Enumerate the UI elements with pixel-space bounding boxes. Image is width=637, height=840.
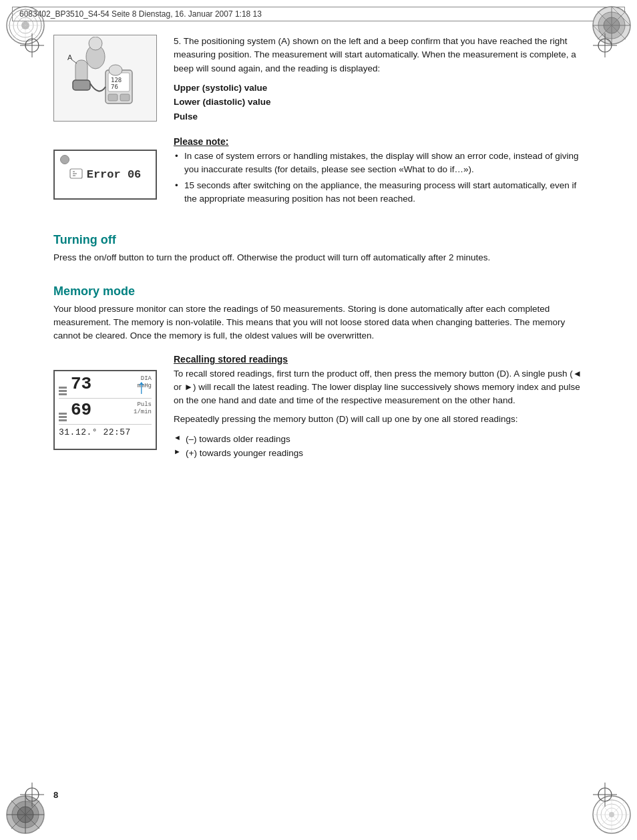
bp-image-container: 128 76 A (53, 35, 160, 122)
memory-image-container: 73 DIA mmHg ↑ (53, 354, 160, 450)
memory-mode-section: Memory mode Your blood pressure monitor … (53, 284, 584, 343)
svg-line-58 (71, 59, 77, 63)
bullet-item-1: In case of system errors or handling mis… (174, 150, 584, 177)
bp-measure-image: 128 76 A (53, 35, 157, 122)
memory-val1: 73 (71, 375, 91, 393)
turning-off-heading: Turning off (53, 233, 584, 247)
header-text: 6083402_BP3510_S4-54 Seite 8 Dienstag, 1… (19, 9, 262, 19)
main-content: 128 76 A 5. The positioning system (A) s… (53, 21, 584, 461)
error-image-container: Error 06 (53, 136, 160, 200)
please-note-row: Error 06 Please note: In case of system … (53, 136, 584, 212)
crosshair-top-right (593, 33, 617, 57)
memory-val2: 69 (71, 401, 91, 419)
memory-row-2: 69 Puls 1/min (59, 401, 152, 425)
svg-rect-53 (120, 94, 130, 101)
bullet-item-2: 15 seconds after switching on the applia… (174, 179, 584, 206)
please-note-bullets: In case of system errors or handling mis… (174, 150, 584, 206)
error-display-image: Error 06 (53, 150, 157, 200)
section-5-text: 5. The positioning system (A) shown on t… (174, 35, 584, 124)
crosshair-top-left (20, 33, 44, 57)
arrow-item-left: (–) towards older readings (174, 432, 584, 447)
svg-rect-52 (108, 94, 118, 101)
recalling-row: 73 DIA mmHg ↑ (53, 354, 584, 461)
memory-mode-text: Your blood pressure monitor can store th… (53, 302, 584, 343)
upper-value-label: Upper (systolic) value (174, 81, 584, 95)
svg-text:128: 128 (111, 77, 122, 83)
please-note-heading: Please note: (174, 136, 584, 147)
pulse-label: Pulse (174, 110, 584, 124)
memory-row-1: 73 DIA mmHg ↑ (59, 375, 152, 399)
error-code-text: Error 06 (87, 168, 142, 181)
recalling-heading: Recalling stored readings (174, 354, 584, 365)
please-note-text: Please note: In case of system errors or… (174, 136, 584, 212)
arrow-list: (–) towards older readings (+) towards y… (174, 432, 584, 461)
turning-off-section: Turning off Press the on/off button to t… (53, 233, 584, 264)
recalling-text1: To recall stored readings, first turn th… (174, 367, 584, 408)
memory-display-image: 73 DIA mmHg ↑ (53, 370, 157, 450)
arrow-up-icon: ↑ (136, 378, 148, 398)
svg-point-47 (89, 37, 102, 50)
svg-point-56 (109, 65, 122, 75)
memory-date: 31.12.° 22:57 (59, 427, 152, 437)
crosshair-bottom-right (593, 783, 617, 807)
section-5-para: 5. The positioning system (A) shown on t… (174, 35, 584, 75)
memory-label2: Puls 1/min (134, 401, 152, 417)
crosshair-bottom-left (20, 783, 44, 807)
memory-mode-heading: Memory mode (53, 284, 584, 298)
page-number: 8 (53, 790, 58, 800)
arrow-item-right: (+) towards younger readings (174, 446, 584, 461)
recalling-text2: Repeatedly pressing the memory button (D… (174, 413, 584, 426)
turning-off-text: Press the on/off button to turn the prod… (53, 251, 584, 264)
svg-rect-49 (73, 80, 90, 90)
lower-value-label: Lower (diastolic) value (174, 95, 584, 110)
header-bar: 6083402_BP3510_S4-54 Seite 8 Dienstag, 1… (12, 7, 625, 21)
recalling-text: Recalling stored readings To recall stor… (174, 354, 584, 461)
section-5-row: 128 76 A 5. The positioning system (A) s… (53, 35, 584, 124)
svg-text:76: 76 (111, 83, 118, 90)
